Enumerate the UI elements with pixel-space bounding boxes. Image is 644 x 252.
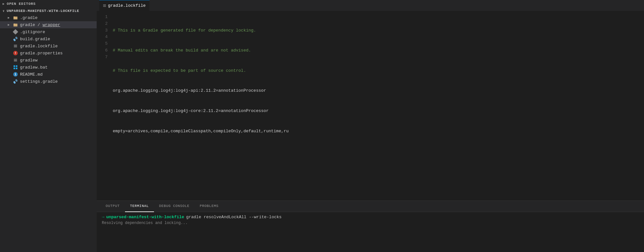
properties-icon: ! [13, 51, 18, 56]
tree-item-gradlew-bat[interactable]: ▶ gradlew.bat [0, 64, 97, 71]
open-editors-label: OPEN EDITORS [7, 2, 36, 6]
readme-label: README.md [20, 72, 43, 77]
gradlew-bat-label: gradlew.bat [20, 65, 48, 70]
gradle-wrapper-label: gradle / wrapper [20, 23, 60, 27]
settings-gradle-label: settings.gradle [20, 79, 58, 84]
line-numbers: 1 2 3 4 5 6 7 [97, 14, 113, 198]
build-gradle-icon [13, 36, 18, 42]
tree-item-lockfile[interactable]: ▶ gradle.lockfile [0, 42, 97, 50]
folder-chevron-icon-2: ▶ [8, 23, 12, 27]
panel-tab-bar: OUTPUT TERMINAL DEBUG CONSOLE PROBLEMS [97, 201, 644, 212]
svg-point-6 [13, 81, 16, 84]
tab-problems[interactable]: PROBLEMS [195, 201, 224, 212]
tree-item-settings-gradle[interactable]: ▶ settings.gradle [0, 78, 97, 85]
gradle-folder-label: .gradle [20, 15, 38, 20]
tab-gradle-lockfile[interactable]: gradle.lockfile [99, 0, 149, 11]
terminal-prompt-line: → unparsed-manifest-with-lockfile gradle… [102, 215, 639, 219]
gitignore-label: .gitignore [20, 30, 45, 34]
open-editors-header[interactable]: ▶ OPEN EDITORS [0, 0, 97, 8]
folder-icon-2 [13, 22, 18, 27]
tree-item-properties[interactable]: ▶ ! gradle.properties [0, 50, 97, 57]
tree-item-build-gradle[interactable]: ▶ build.gradle [0, 35, 97, 42]
code-line-1: # This is a Gradle generated file for de… [113, 27, 638, 34]
folder-chevron-icon: ▶ [8, 16, 12, 20]
build-gradle-label: build.gradle [20, 37, 50, 42]
sidebar: ▶ OPEN EDITORS ∨ UNPARSED-MANIFEST-WITH-… [0, 0, 97, 252]
svg-point-4 [13, 38, 16, 42]
terminal-arrow: → [102, 215, 104, 219]
tab-terminal[interactable]: TERMINAL [125, 201, 154, 212]
tab-debug-console[interactable]: DEBUG CONSOLE [154, 201, 195, 212]
code-lines: # This is a Gradle generated file for de… [113, 14, 644, 198]
bottom-panel: OUTPUT TERMINAL DEBUG CONSOLE PROBLEMS →… [97, 201, 644, 252]
wrapper-underlined: wrapper [43, 23, 60, 27]
code-line-3: # This file is expected to be part of so… [113, 68, 638, 74]
project-chevron: ∨ [3, 9, 5, 13]
lockfile-label: gradle.lockfile [20, 44, 58, 49]
file-tree: ▶ .gradle ▶ gradle / w [0, 14, 97, 252]
tree-item-gradlew[interactable]: ▶ gradlew [0, 57, 97, 64]
gradlew-label: gradlew [20, 58, 38, 63]
readme-icon: i [13, 72, 18, 77]
project-name: UNPARSED-MANIFEST-WITH-LOCKFILE [7, 9, 79, 13]
svg-point-7 [15, 79, 18, 82]
editor-tab-bar: gradle.lockfile [97, 0, 644, 11]
code-line-5: org.apache.logging.log4j:log4j-core:2.11… [113, 108, 638, 115]
terminal-content[interactable]: → unparsed-manifest-with-lockfile gradle… [97, 212, 644, 252]
project-header[interactable]: ∨ UNPARSED-MANIFEST-WITH-LOCKFILE [0, 8, 97, 14]
tree-item-gradle-folder[interactable]: ▶ .gradle [0, 14, 97, 21]
tab-output[interactable]: OUTPUT [101, 201, 125, 212]
editor-area: gradle.lockfile 1 2 3 4 5 6 7 # This is … [97, 0, 644, 252]
terminal-command: gradle resolveAndLockAll --write-locks [186, 215, 282, 219]
folder-icon [13, 15, 18, 20]
gitignore-icon [13, 29, 18, 34]
svg-rect-3 [14, 24, 15, 25]
terminal-project: unparsed-manifest-with-lockfile [106, 215, 184, 219]
bat-icon [13, 65, 18, 70]
tab-label: gradle.lockfile [108, 3, 146, 8]
terminal-output-line: Resolving dependencies and locking... [102, 221, 639, 225]
code-line-7 [113, 148, 638, 155]
code-line-4: org.apache.logging.log4j:log4j-api:2.11.… [113, 88, 638, 94]
code-line-2: # Manual edits can break the build and a… [113, 47, 638, 54]
tab-lines-icon [103, 5, 106, 7]
code-container[interactable]: 1 2 3 4 5 6 7 # This is a Gradle generat… [97, 11, 644, 201]
tree-item-gradle-wrapper[interactable]: ▶ gradle / wrapper [0, 21, 97, 28]
svg-point-5 [15, 36, 18, 40]
tree-item-gitignore[interactable]: ▶ .gitignore [0, 28, 97, 35]
svg-rect-1 [14, 17, 15, 18]
code-line-6: empty=archives,compile,compileClasspath,… [113, 128, 638, 135]
gradlew-icon [13, 58, 18, 63]
tree-item-readme[interactable]: ▶ i README.md [0, 71, 97, 78]
open-editors-chevron: ▶ [3, 2, 5, 6]
main-area: ▶ OPEN EDITORS ∨ UNPARSED-MANIFEST-WITH-… [0, 0, 644, 252]
lockfile-icon [13, 43, 18, 49]
settings-gradle-icon [13, 79, 18, 84]
properties-label: gradle.properties [20, 51, 63, 56]
